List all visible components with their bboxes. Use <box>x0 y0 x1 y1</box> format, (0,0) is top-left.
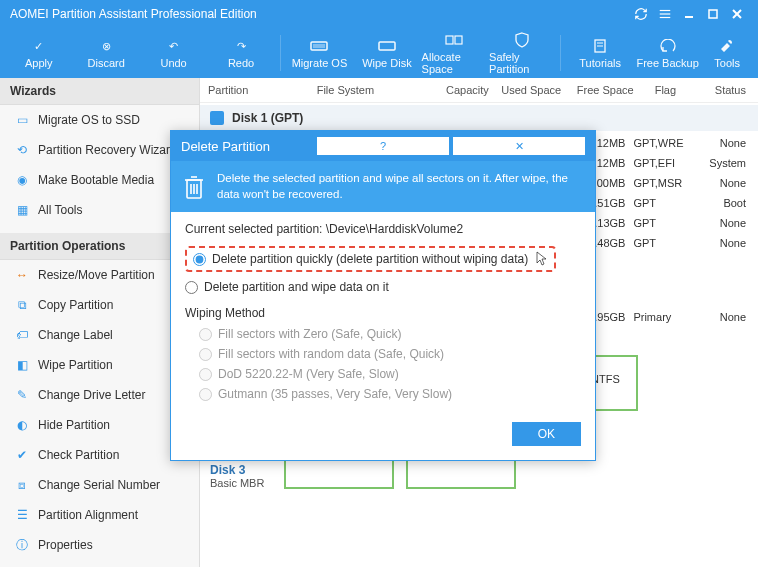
eraser-icon: ◧ <box>14 357 30 373</box>
svg-rect-9 <box>379 42 395 50</box>
titlebar: AOMEI Partition Assistant Professional E… <box>0 0 758 28</box>
book-icon <box>591 37 609 55</box>
undo-icon: ↶ <box>165 37 183 55</box>
divider <box>560 35 561 71</box>
discard-button[interactable]: ⊗Discard <box>73 31 138 75</box>
banner-text: Delete the selected partition and wipe a… <box>217 171 583 202</box>
align-icon: ☰ <box>14 507 30 523</box>
delete-partition-dialog: Delete Partition ? ✕ Delete the selected… <box>170 130 596 461</box>
tutorials-button[interactable]: Tutorials <box>567 31 632 75</box>
wipe-disk-button[interactable]: Wipe Disk <box>354 31 419 75</box>
ok-button[interactable]: OK <box>512 422 581 446</box>
minimize-icon[interactable] <box>678 3 700 25</box>
resize-icon: ↔ <box>14 267 30 283</box>
current-partition-label: Current selected partition: \Device\Hard… <box>185 222 581 236</box>
check-icon: ✓ <box>30 37 48 55</box>
undo-button[interactable]: ↶Undo <box>141 31 206 75</box>
shield-icon <box>513 31 531 49</box>
x-circle-icon: ⊗ <box>97 37 115 55</box>
svg-rect-11 <box>455 36 462 44</box>
toolbar: ✓Apply ⊗Discard ↶Undo ↷Redo Migrate OS W… <box>0 28 758 78</box>
dialog-banner: Delete the selected partition and wipe a… <box>171 161 595 212</box>
migrate-icon <box>310 37 328 55</box>
dialog-footer: OK <box>171 410 595 460</box>
backup-icon <box>659 37 677 55</box>
radio-delete-wipe[interactable] <box>185 281 198 294</box>
ssd-icon: ▭ <box>14 112 30 128</box>
divider <box>280 35 281 71</box>
col-partition: Partition <box>208 84 317 96</box>
dialog-body: Current selected partition: \Device\Hard… <box>171 212 595 410</box>
col-free: Free Space <box>561 84 633 96</box>
sidebar-item-serial[interactable]: ⧈Change Serial Number <box>0 470 199 500</box>
cursor-icon <box>536 251 548 267</box>
wiping-method-option: Fill sectors with Zero (Safe, Quick) <box>185 324 581 344</box>
radio-delete-wipe-row[interactable]: Delete partition and wipe data on it <box>185 276 581 298</box>
highlight-box: Delete partition quickly (delete partiti… <box>185 246 556 272</box>
radio-method <box>199 388 212 401</box>
col-file-system: File System <box>317 84 417 96</box>
redo-icon: ↷ <box>232 37 250 55</box>
svg-rect-10 <box>446 36 453 44</box>
letter-icon: ✎ <box>14 387 30 403</box>
radio-method <box>199 348 212 361</box>
sidebar-item-properties[interactable]: ⓘProperties <box>0 530 199 560</box>
wizards-header: Wizards <box>0 78 199 105</box>
wrench-icon <box>718 37 736 55</box>
free-backup-button[interactable]: Free Backup <box>635 31 700 75</box>
grid-icon: ▦ <box>14 202 30 218</box>
disk-icon <box>210 111 224 125</box>
dialog-title-bar[interactable]: Delete Partition ? ✕ <box>171 131 595 161</box>
maximize-icon[interactable] <box>702 3 724 25</box>
help-icon[interactable]: ? <box>317 137 449 155</box>
wiping-method-option: Gutmann (35 passes, Very Safe, Very Slow… <box>185 384 581 404</box>
col-flag: Flag <box>634 84 697 96</box>
tag-icon: 🏷 <box>14 327 30 343</box>
menu-icon[interactable] <box>654 3 676 25</box>
radio-method <box>199 368 212 381</box>
disk-1-row[interactable]: Disk 1 (GPT) <box>200 105 758 131</box>
info-icon: ⓘ <box>14 537 30 553</box>
dialog-title: Delete Partition <box>181 139 313 154</box>
migrate-os-button[interactable]: Migrate OS <box>287 31 352 75</box>
svg-rect-4 <box>709 10 717 18</box>
svg-rect-8 <box>313 44 325 48</box>
wiping-method-option: DoD 5220.22-M (Very Safe, Slow) <box>185 364 581 384</box>
radio-method <box>199 328 212 341</box>
redo-button[interactable]: ↷Redo <box>208 31 273 75</box>
close-icon[interactable]: ✕ <box>453 137 585 155</box>
radio-delete-quick-row[interactable]: Delete partition quickly (delete partiti… <box>185 242 581 276</box>
col-used: Used Space <box>489 84 561 96</box>
app-title: AOMEI Partition Assistant Professional E… <box>10 7 628 21</box>
col-capacity: Capacity <box>416 84 488 96</box>
trash-icon <box>183 172 205 202</box>
wiping-method-label: Wiping Method <box>185 306 581 320</box>
allocate-icon <box>445 31 463 49</box>
copy-icon: ⧉ <box>14 297 30 313</box>
wipe-icon <box>378 37 396 55</box>
check-partition-icon: ✔ <box>14 447 30 463</box>
sidebar-item-alignment[interactable]: ☰Partition Alignment <box>0 500 199 530</box>
close-icon[interactable] <box>726 3 748 25</box>
apply-button[interactable]: ✓Apply <box>6 31 71 75</box>
col-status: Status <box>697 84 750 96</box>
disc-icon: ◉ <box>14 172 30 188</box>
table-header: Partition File System Capacity Used Spac… <box>200 78 758 103</box>
refresh-icon[interactable] <box>630 3 652 25</box>
safely-partition-button[interactable]: Safely Partition <box>489 31 554 75</box>
serial-icon: ⧈ <box>14 477 30 493</box>
tools-button[interactable]: Tools <box>702 31 752 75</box>
recovery-icon: ⟲ <box>14 142 30 158</box>
allocate-space-button[interactable]: Allocate Space <box>422 31 487 75</box>
wiping-method-option: Fill sectors with random data (Safe, Qui… <box>185 344 581 364</box>
radio-delete-quick[interactable] <box>193 253 206 266</box>
hide-icon: ◐ <box>14 417 30 433</box>
